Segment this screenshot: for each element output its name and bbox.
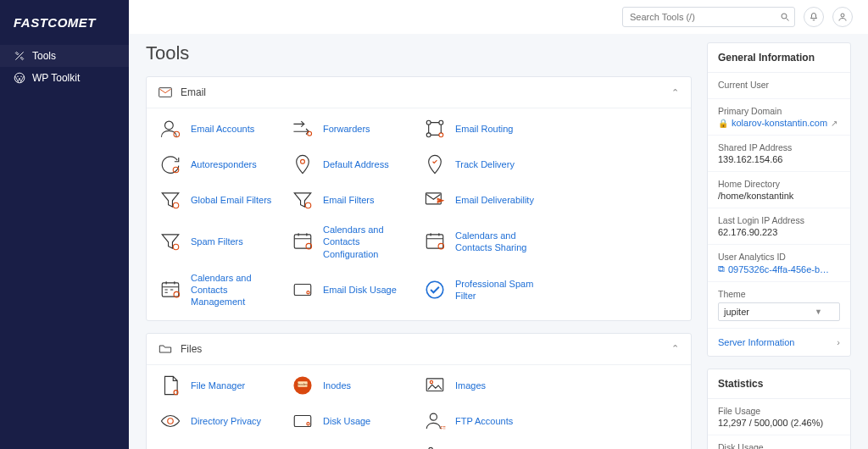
git-icon xyxy=(423,445,447,449)
info-row-analytics-id: User Analytics ID ⧉ 0975326c-4ffa-456e-b… xyxy=(708,245,850,282)
tool-email-routing[interactable]: Email Routing xyxy=(423,117,547,141)
tool-directory-privacy[interactable]: Directory Privacy xyxy=(159,409,282,433)
info-value: 139.162.154.66 xyxy=(718,154,840,164)
tool-label: Calendars and Contacts Configuration xyxy=(323,224,415,260)
tool-cal-mgmt[interactable]: Calendars and Contacts Management xyxy=(159,272,282,308)
folder-section-icon xyxy=(159,342,172,356)
funnel-icon xyxy=(291,188,314,212)
sidebar: FASTCOMET Tools WP Toolkit xyxy=(0,0,129,449)
panel-heading: General Information xyxy=(708,43,850,73)
stat-value: 12,297 / 500,000 (2.46%) xyxy=(718,418,840,428)
search-wrap xyxy=(622,7,795,27)
tool-cal-config[interactable]: Calendars and Contacts Configuration xyxy=(291,224,415,260)
external-link-icon: ↗ xyxy=(831,119,837,128)
tool-pro-spam[interactable]: Professional Spam Filter xyxy=(423,272,547,308)
info-label: Theme xyxy=(718,289,840,299)
sidebar-item-wp-toolkit[interactable]: WP Toolkit xyxy=(0,67,129,89)
tool-inodes[interactable]: InodesInodes xyxy=(291,374,415,397)
svg-point-26 xyxy=(426,282,443,299)
svg-point-35 xyxy=(307,422,309,424)
svg-rect-18 xyxy=(294,235,311,248)
svg-point-33 xyxy=(168,419,174,424)
tool-cal-sharing[interactable]: Calendars and Contacts Sharing xyxy=(423,224,547,260)
tool-label: FTP Accounts xyxy=(455,415,513,427)
svg-point-25 xyxy=(307,291,309,294)
tool-email-filters[interactable]: Email Filters xyxy=(291,188,415,212)
tool-autoresponders[interactable]: Autoresponders xyxy=(159,152,282,176)
tool-global-email-filters[interactable]: Global Email Filters xyxy=(159,188,282,212)
svg-rect-20 xyxy=(426,235,443,248)
user-menu-button[interactable] xyxy=(832,7,853,27)
tool-git[interactable]: Git™ Version Control xyxy=(423,445,547,449)
chevron-right-icon: › xyxy=(837,337,840,347)
svg-point-1 xyxy=(782,14,787,19)
pin-icon xyxy=(291,152,314,176)
svg-text:Inodes: Inodes xyxy=(298,382,308,386)
panel-header-email[interactable]: Email ⌃ xyxy=(147,77,691,108)
notifications-button[interactable] xyxy=(804,7,824,27)
info-label: Current User xyxy=(718,80,840,90)
svg-point-8 xyxy=(426,120,431,125)
tool-label: Inodes xyxy=(323,380,351,391)
server-information-link[interactable]: Server Information › xyxy=(708,329,850,356)
panel-general-info: General Information Current User Primary… xyxy=(707,42,851,357)
tool-spam-filters[interactable]: Spam Filters xyxy=(159,224,282,260)
info-label: Primary Domain xyxy=(718,106,840,116)
info-value-text: kolarov-konstantin.com xyxy=(732,118,827,128)
tool-label: Autoresponders xyxy=(191,158,257,170)
eye-icon xyxy=(159,409,182,433)
caret-down-icon: ▼ xyxy=(815,308,822,316)
info-row-current-user: Current User xyxy=(708,73,850,99)
sidebar-item-tools[interactable]: Tools xyxy=(0,45,129,67)
tool-label: Spam Filters xyxy=(191,236,243,247)
svg-rect-4 xyxy=(159,88,172,97)
tool-label: Email Routing xyxy=(455,123,513,135)
disk-icon xyxy=(291,278,314,302)
tool-ftp-accounts[interactable]: FTPFTP Accounts xyxy=(423,409,547,433)
page-title: Tools xyxy=(146,42,692,64)
tool-backup[interactable]: Backup xyxy=(159,445,282,449)
theme-select[interactable]: jupiter ▼ xyxy=(718,302,840,321)
primary-domain-link[interactable]: 🔒 kolarov-konstantin.com ↗ xyxy=(718,118,840,128)
tool-images[interactable]: Images xyxy=(423,374,547,397)
svg-point-17 xyxy=(173,245,179,251)
check-circle-icon xyxy=(423,278,447,302)
link-text: Server Information xyxy=(718,337,794,347)
search-input[interactable] xyxy=(622,7,795,27)
analytics-id-value[interactable]: ⧉ 0975326c-4ffa-456e-b46c-be1 xyxy=(718,263,840,274)
tool-label: Calendars and Contacts Sharing xyxy=(455,230,547,254)
tool-disk-usage[interactable]: Disk Usage xyxy=(291,409,415,433)
topbar xyxy=(129,0,868,34)
panel-header-files[interactable]: Files ⌃ xyxy=(147,334,691,365)
tool-label: Email Disk Usage xyxy=(323,284,397,296)
panel-email: Email ⌃ Email Accounts Forwarders Email … xyxy=(146,76,692,321)
svg-point-36 xyxy=(430,413,437,420)
info-label: Shared IP Address xyxy=(718,142,840,152)
user-icon xyxy=(837,12,848,22)
stat-label: File Usage xyxy=(718,406,840,416)
stat-row-file-usage: File Usage 12,297 / 500,000 (2.46%) xyxy=(708,399,850,435)
chevron-up-icon: ⌃ xyxy=(671,343,679,354)
svg-point-10 xyxy=(426,133,431,137)
info-row-home-dir: Home Directory /home/konstantink xyxy=(708,172,850,208)
calendar-share-icon xyxy=(423,230,447,253)
tool-email-accounts[interactable]: Email Accounts xyxy=(159,117,282,141)
calendar-manage-icon xyxy=(159,278,182,302)
tool-backup-wizard[interactable]: Backup Wizard xyxy=(291,445,415,449)
tool-file-manager[interactable]: File Manager xyxy=(159,374,282,397)
panel-title: Files xyxy=(181,343,663,355)
wordpress-icon xyxy=(14,72,25,84)
info-label: User Analytics ID xyxy=(718,252,840,262)
tool-forwarders[interactable]: Forwarders xyxy=(291,117,415,141)
chevron-up-icon: ⌃ xyxy=(671,87,679,98)
tool-email-disk[interactable]: Email Disk Usage xyxy=(291,272,415,308)
search-icon xyxy=(780,12,790,22)
tool-default-address[interactable]: Default Address xyxy=(291,152,415,176)
svg-point-15 xyxy=(305,202,311,208)
info-row-theme: Theme jupiter ▼ xyxy=(708,282,850,329)
tool-label: File Manager xyxy=(191,380,245,391)
svg-point-3 xyxy=(841,14,844,17)
tool-track-delivery[interactable]: Track Delivery xyxy=(423,152,547,176)
svg-point-12 xyxy=(173,167,179,173)
tool-email-deliverability[interactable]: Email Deliverability xyxy=(423,188,547,212)
